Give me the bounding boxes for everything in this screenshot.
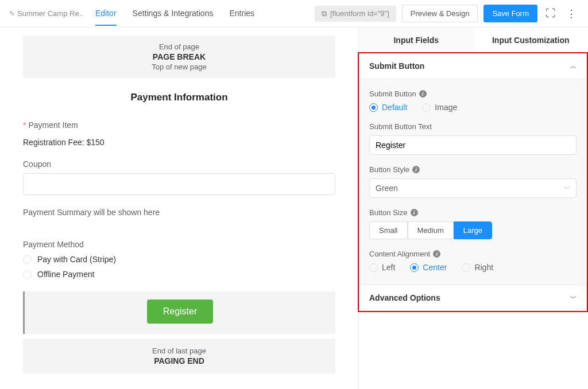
shortcode-text: [fluentform id="9"] <box>330 9 389 18</box>
coupon-field[interactable]: Coupon <box>23 160 335 195</box>
payment-item-field[interactable]: * Payment Item Registration Fee: $150 <box>23 120 335 147</box>
advanced-options-title: Advanced Options <box>369 293 440 302</box>
form-canvas: End of page PAGE BREAK Top of new page P… <box>0 28 358 389</box>
submit-section[interactable]: Register <box>23 291 335 334</box>
main-layout: End of page PAGE BREAK Top of new page P… <box>0 28 588 389</box>
chevron-up-icon: ︿ <box>570 62 577 71</box>
payment-method-stripe-label: Pay with Card (Stripe) <box>37 255 116 264</box>
payment-method-field[interactable]: Payment Method Pay with Card (Stripe) Of… <box>23 240 335 279</box>
align-left-label: Left <box>382 263 395 272</box>
tab-entries[interactable]: Entries <box>229 2 254 26</box>
info-icon[interactable]: i <box>433 250 440 258</box>
submit-type-default[interactable]: Default <box>369 103 407 112</box>
size-small[interactable]: Small <box>369 221 408 239</box>
chevron-down-icon: ﹀ <box>570 294 577 302</box>
submit-type-image[interactable]: Image <box>422 103 457 112</box>
submit-button-preview[interactable]: Register <box>147 299 214 324</box>
payment-method-label: Payment Method <box>23 240 335 249</box>
page-break-block[interactable]: End of page PAGE BREAK Top of new page <box>23 36 335 78</box>
radio-icon <box>23 270 32 279</box>
paging-end-mid: PAGING END <box>23 356 335 365</box>
submit-text-input[interactable] <box>369 135 577 155</box>
top-bar: ✎ Summer Camp Re... Editor Settings & In… <box>0 0 588 28</box>
paging-end-block[interactable]: End of last page PAGING END <box>23 339 335 374</box>
alignment-label: Content Alignment <box>369 250 430 258</box>
payment-method-stripe[interactable]: Pay with Card (Stripe) <box>23 255 335 264</box>
button-style-label: Button Style <box>369 165 409 174</box>
submit-type-image-label: Image <box>435 103 457 112</box>
info-icon[interactable]: i <box>412 166 420 173</box>
button-style-select[interactable]: Green ﹀ <box>369 178 577 198</box>
page-break-mid: PAGE BREAK <box>23 52 335 61</box>
align-right-label: Right <box>474 263 493 272</box>
advanced-options-accordion[interactable]: Advanced Options ﹀ <box>359 285 587 311</box>
preview-button[interactable]: Preview & Design <box>402 5 478 22</box>
highlighted-panel: Submit Button ︿ Submit Button i Default … <box>358 52 588 312</box>
payment-method-offline[interactable]: Offline Payment <box>23 270 335 279</box>
align-right[interactable]: Right <box>462 263 493 272</box>
align-center-label: Center <box>423 263 447 272</box>
align-left[interactable]: Left <box>369 263 395 272</box>
size-medium[interactable]: Medium <box>408 221 454 239</box>
payment-summary[interactable]: Payment Summary will be shown here <box>23 208 335 217</box>
payment-item-value: Registration Fee: $150 <box>23 138 335 147</box>
align-center[interactable]: Center <box>410 263 447 272</box>
main-tabs: Editor Settings & Integrations Entries <box>95 2 254 26</box>
more-icon[interactable]: ⋮ <box>564 5 579 22</box>
coupon-input[interactable] <box>23 173 335 195</box>
submit-button-accordion[interactable]: Submit Button ︿ <box>359 53 587 79</box>
tab-editor[interactable]: Editor <box>95 2 117 26</box>
payment-method-offline-label: Offline Payment <box>37 270 94 279</box>
tab-settings[interactable]: Settings & Integrations <box>133 2 214 26</box>
page-break-top: End of page <box>23 42 335 51</box>
required-star: * <box>23 120 26 130</box>
button-style-value: Green <box>376 184 398 193</box>
tab-input-fields[interactable]: Input Fields <box>359 28 474 53</box>
save-button[interactable]: Save Form <box>483 5 537 22</box>
submit-type-label: Submit Button <box>369 90 416 98</box>
shortcode-box[interactable]: ⧉ [fluentform id="9"] <box>315 6 396 22</box>
submit-text-label: Submit Button Text <box>369 122 577 131</box>
tab-input-customization[interactable]: Input Customization <box>474 28 589 53</box>
info-icon[interactable]: i <box>419 90 427 98</box>
button-size-label: Button Size <box>369 208 408 217</box>
sidebar-tabs: Input Fields Input Customization <box>359 28 588 53</box>
pencil-icon: ✎ <box>9 10 15 18</box>
radio-icon <box>23 255 32 264</box>
section-title: Payment Information <box>23 92 335 103</box>
info-icon[interactable]: i <box>411 209 418 216</box>
chevron-down-icon: ﹀ <box>564 184 570 193</box>
submit-button-panel: Submit Button i Default Image Submit But… <box>359 79 587 285</box>
fullscreen-icon[interactable]: ⛶ <box>543 5 558 22</box>
topbar-actions: ⧉ [fluentform id="9"] Preview & Design S… <box>315 5 579 22</box>
breadcrumb-text: Summer Camp Re... <box>17 9 84 18</box>
paging-end-top: End of last page <box>23 347 335 355</box>
sidebar: Input Fields Input Customization Submit … <box>358 28 588 389</box>
payment-item-label: Payment Item <box>28 120 78 130</box>
page-break-bot: Top of new page <box>23 63 335 71</box>
button-size-group: Small Medium Large <box>369 221 577 239</box>
size-large[interactable]: Large <box>454 221 492 239</box>
coupon-label: Coupon <box>23 160 335 169</box>
submit-type-default-label: Default <box>382 103 407 112</box>
breadcrumb[interactable]: ✎ Summer Camp Re... <box>9 9 84 18</box>
submit-button-title: Submit Button <box>369 61 424 71</box>
copy-icon: ⧉ <box>322 9 327 18</box>
